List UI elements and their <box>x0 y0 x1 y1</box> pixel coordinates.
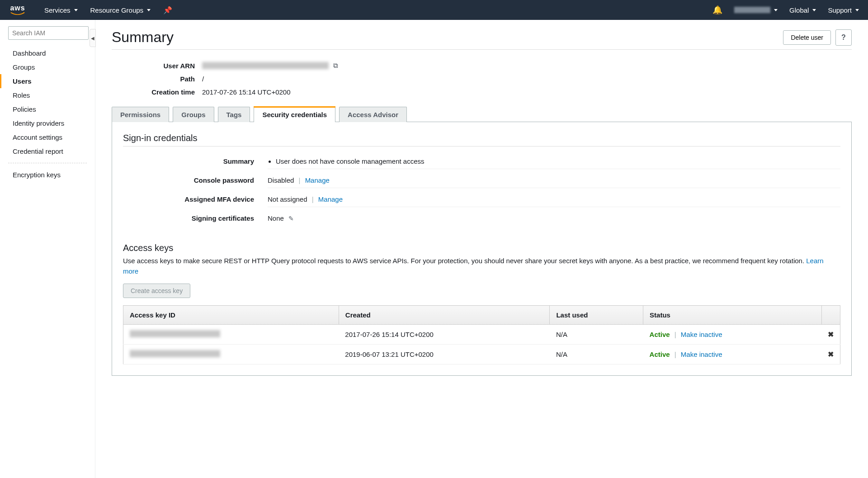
label-console-password: Console password <box>123 176 268 188</box>
label-mfa: Assigned MFA device <box>123 195 268 207</box>
label-signing-cert: Signing certificates <box>123 214 268 226</box>
main-content: Summary Delete user ? User ARN ⧉ Path / … <box>95 20 868 478</box>
pin-icon[interactable]: 📌 <box>163 6 172 14</box>
sidebar-item-roles[interactable]: Roles <box>0 88 95 102</box>
label-path: Path <box>112 75 202 83</box>
value-creation-time: 2017-07-26 15:14 UTC+0200 <box>202 88 291 96</box>
sidebar-collapse-handle[interactable]: ◀ <box>90 29 96 47</box>
section-access-keys-heading: Access keys <box>123 243 840 253</box>
col-last-used: Last used <box>550 306 643 325</box>
chevron-left-icon: ◀ <box>91 36 94 41</box>
cell-created: 2017-07-26 15:14 UTC+0200 <box>339 325 550 345</box>
sidebar-item-groups[interactable]: Groups <box>0 60 95 74</box>
nav-account[interactable] <box>734 7 778 13</box>
sidebar-item-identity-providers[interactable]: Identity providers <box>0 116 95 130</box>
sidebar: ◀ Dashboard Groups Users Roles Policies … <box>0 20 95 478</box>
link-make-inactive[interactable]: Make inactive <box>681 350 722 358</box>
tab-groups[interactable]: Groups <box>173 107 214 122</box>
table-row: 2019-06-07 13:21 UTC+0200 N/A Active | M… <box>123 345 840 364</box>
user-arn-value-redacted <box>202 62 329 69</box>
summary-bullet: User does not have console management ac… <box>276 157 840 165</box>
cell-created: 2019-06-07 13:21 UTC+0200 <box>339 345 550 364</box>
link-make-inactive[interactable]: Make inactive <box>681 331 722 338</box>
sidebar-item-policies[interactable]: Policies <box>0 102 95 116</box>
nav-region[interactable]: Global <box>789 6 816 14</box>
section-signin-heading: Sign-in credentials <box>123 133 840 147</box>
status-badge: Active <box>650 350 670 358</box>
value-signing-cert: None <box>268 214 284 222</box>
value-mfa: Not assigned <box>268 195 307 203</box>
nav-services[interactable]: Services <box>44 6 78 14</box>
caret-down-icon <box>147 9 151 11</box>
tab-tags[interactable]: Tags <box>218 107 250 122</box>
create-access-key-button[interactable]: Create access key <box>123 284 190 298</box>
link-manage-console-password[interactable]: Manage <box>305 176 330 184</box>
bell-icon[interactable]: 🔔 <box>712 5 722 15</box>
caret-down-icon <box>855 9 859 11</box>
link-manage-mfa[interactable]: Manage <box>318 195 343 203</box>
delete-icon[interactable]: ✖ <box>828 331 834 338</box>
label-creation-time: Creation time <box>112 88 202 96</box>
sidebar-item-credential-report[interactable]: Credential report <box>0 144 95 158</box>
label-user-arn: User ARN <box>112 62 202 70</box>
delete-icon[interactable]: ✖ <box>828 350 834 358</box>
table-row: 2017-07-26 15:14 UTC+0200 N/A Active | M… <box>123 325 840 345</box>
account-name-redacted <box>734 7 770 13</box>
access-keys-description: Use access keys to make secure REST or H… <box>123 256 840 276</box>
cell-last-used: N/A <box>550 325 643 345</box>
copy-icon[interactable]: ⧉ <box>333 62 338 70</box>
col-access-key-id: Access key ID <box>123 306 339 325</box>
nav-resource-groups[interactable]: Resource Groups <box>90 6 151 14</box>
caret-down-icon <box>74 9 78 11</box>
tab-bar: Permissions Groups Tags Security credent… <box>112 107 852 122</box>
col-status: Status <box>643 306 821 325</box>
sidebar-item-encryption-keys[interactable]: Encryption keys <box>0 168 95 182</box>
caret-down-icon <box>774 9 778 11</box>
access-keys-table: Access key ID Created Last used Status 2… <box>123 305 840 364</box>
page-title: Summary <box>112 29 174 46</box>
aws-logo[interactable]: aws <box>9 4 26 16</box>
tab-access-advisor[interactable]: Access Advisor <box>339 107 407 122</box>
search-input[interactable] <box>8 26 89 40</box>
caret-down-icon <box>812 9 816 11</box>
pencil-icon[interactable]: ✎ <box>288 215 294 222</box>
help-button[interactable]: ? <box>835 29 852 46</box>
value-console-password: Disabled <box>268 176 294 184</box>
help-icon: ? <box>841 33 846 42</box>
sidebar-item-dashboard[interactable]: Dashboard <box>0 46 95 60</box>
col-created: Created <box>339 306 550 325</box>
status-badge: Active <box>650 331 670 338</box>
access-key-id-redacted <box>130 350 220 357</box>
top-nav: aws Services Resource Groups 📌 🔔 Global … <box>0 0 868 20</box>
nav-support[interactable]: Support <box>828 6 859 14</box>
label-summary: Summary <box>123 157 268 169</box>
tab-panel: Sign-in credentials Summary User does no… <box>112 122 852 376</box>
cell-last-used: N/A <box>550 345 643 364</box>
tab-permissions[interactable]: Permissions <box>112 107 169 122</box>
value-path: / <box>202 75 204 83</box>
tab-security-credentials[interactable]: Security credentials <box>254 107 335 122</box>
sidebar-item-account-settings[interactable]: Account settings <box>0 130 95 144</box>
delete-user-button[interactable]: Delete user <box>783 30 831 45</box>
sidebar-item-users[interactable]: Users <box>0 74 95 88</box>
access-key-id-redacted <box>130 330 220 337</box>
